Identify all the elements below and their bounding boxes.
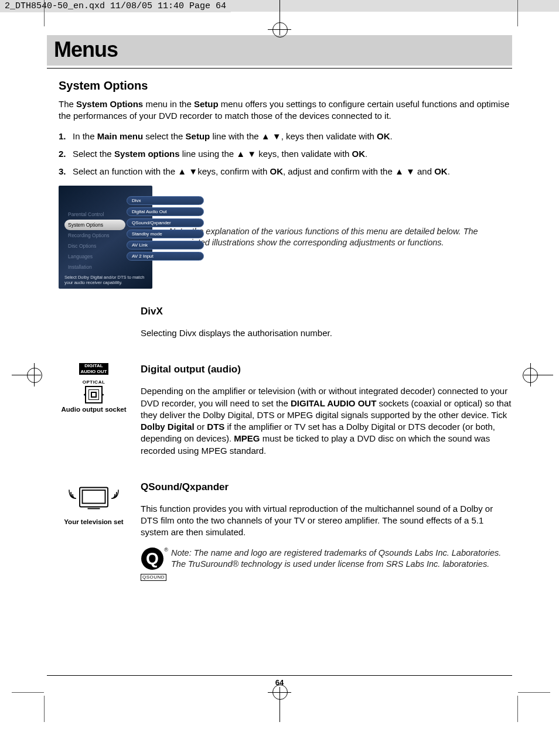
title-rule [47, 68, 512, 69]
osd-sidebar-item: Parental Control [64, 209, 125, 220]
audio-socket-caption: Audio output socket [59, 406, 129, 414]
osd-hint-text: Select Dolby Digital and/or DTS to match… [64, 275, 146, 285]
file-slug: 2_DTH8540-50_en.qxd 11/08/05 11:40 Page … [0, 0, 231, 12]
crop-mark [517, 0, 518, 26]
digital-audio-out-socket-icon: DIGITAL AUDIO OUT OPTICAL [79, 363, 109, 403]
osd-option: AV Link [127, 241, 204, 249]
osd-sidebar-item-selected: System Options [64, 220, 125, 230]
digital-output-body: Depending on the amplifier or television… [141, 385, 512, 457]
crop-mark [12, 692, 44, 693]
osd-option: Digital Audio Out [127, 207, 204, 216]
osd-explanation-note: Note: the explanation of the various fun… [169, 226, 512, 249]
svg-rect-1 [83, 490, 105, 504]
chapter-title: Menus [54, 37, 505, 62]
step-1: 1. In the Main menu select the Setup lin… [59, 131, 512, 142]
digital-output-heading: Digital output (audio) [141, 363, 512, 377]
osd-option: Standby mode [127, 230, 204, 238]
tv-caption: Your television set [59, 518, 129, 526]
steps-list: 1. In the Main menu select the Setup lin… [59, 131, 512, 178]
osd-option: Divx [127, 196, 204, 205]
chapter-title-bar: Menus [47, 35, 512, 66]
osd-sidebar-item: Disc Options [64, 241, 125, 251]
registration-mark-left [12, 363, 41, 386]
crop-mark [44, 0, 45, 26]
registration-mark-bottom [268, 687, 291, 722]
osd-sidebar-item: Languages [64, 251, 125, 262]
step-2: 2. Select the System options line using … [59, 148, 512, 160]
television-icon [59, 483, 129, 516]
osd-sidebar-item: Installation [64, 262, 125, 272]
intro-paragraph: The System Options menu in the Setup men… [59, 98, 512, 122]
crop-mark [517, 696, 518, 722]
step-3: 3. Select an function with the ▲ ▼keys, … [59, 166, 512, 177]
section-heading: System Options [59, 79, 512, 93]
divx-heading: DivX [141, 305, 512, 319]
osd-sidebar-item: Recording Options [64, 230, 125, 241]
crop-mark [518, 692, 550, 693]
divx-body: Selecting Divx displays the authorisatio… [141, 327, 512, 339]
osd-option: QSound/Qxpander [127, 218, 204, 227]
qsound-heading: QSound/Qxpander [141, 481, 512, 494]
osd-option: AV 2 Input [127, 252, 204, 261]
crop-mark [44, 696, 45, 722]
qsound-logo-icon: Q ® QSOUND [141, 548, 164, 581]
qsound-body: This function provides you with virtual … [141, 503, 512, 539]
qsound-trademark-note: Note: The name and logo are registered t… [171, 548, 512, 570]
registration-mark-right [524, 363, 553, 386]
registration-mark-top [268, 0, 291, 35]
osd-menu-screenshot: Parental Control System Options Recordin… [59, 186, 152, 289]
